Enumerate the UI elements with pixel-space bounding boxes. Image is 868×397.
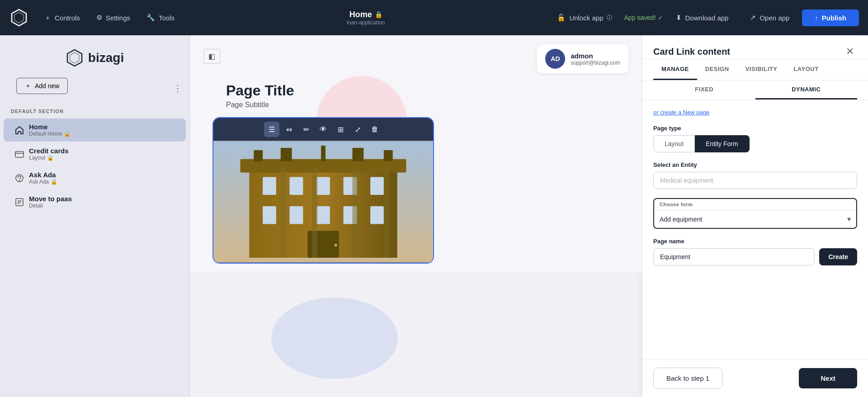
sidebar-item-ask-ada[interactable]: Ask Ada Ask Ada 🔒: [4, 166, 186, 189]
settings-icon: ⚙: [96, 14, 102, 22]
bizagi-logo-icon: [9, 8, 29, 28]
panel-close-button[interactable]: ✕: [843, 44, 857, 59]
controls-button[interactable]: ＋ Controls: [36, 9, 88, 27]
svg-point-7: [19, 180, 20, 181]
side-panel: Card Link content ✕ MANAGE DESIGN VISIBI…: [642, 35, 868, 397]
svg-rect-20: [263, 177, 276, 195]
avatar: AD: [545, 49, 565, 69]
toolbar-grid-icon[interactable]: ⊞: [333, 122, 348, 137]
publish-icon: ↑: [815, 14, 818, 22]
ask-ada-icon: [14, 173, 24, 183]
topnav: ＋ Controls ⚙ Settings 🔧 Tools Home 🔒 loa…: [0, 0, 868, 35]
topnav-right: 🔓 Unlock app ⓘ App saved! ✓ ⬇ Download a…: [549, 9, 859, 26]
sidebar: bizagi ＋ Add new ⋮ DEFAULT SECTION Home …: [0, 35, 190, 397]
tab-design[interactable]: DESIGN: [697, 59, 737, 80]
toolbar-edit-icon[interactable]: ✏: [298, 122, 314, 137]
svg-rect-25: [263, 206, 276, 224]
app-subtitle: loan-application: [347, 19, 385, 26]
select-entity-input[interactable]: [653, 172, 857, 189]
svg-rect-19: [384, 150, 393, 161]
canvas-card-frame: ☰ ⇔ ✏ 👁 ⊞ ⤢ 🗑: [212, 117, 434, 264]
panel-tabs: MANAGE DESIGN VISIBILITY LAYOUT: [642, 59, 868, 80]
lock-small-icon: 🔒: [64, 131, 71, 137]
unlock-icon: 🔓: [557, 14, 566, 22]
add-icon: ＋: [25, 82, 31, 90]
tab-layout[interactable]: LAYOUT: [785, 59, 826, 80]
collapse-button[interactable]: ◧: [203, 49, 220, 64]
publish-button[interactable]: ↑ Publish: [802, 9, 859, 26]
panel-subtabs: FIXED DYNAMIC: [642, 80, 868, 100]
sidebar-item-paas-texts: Move to paas Detail: [29, 195, 72, 209]
next-button[interactable]: Next: [799, 368, 857, 388]
check-icon: ✓: [658, 14, 663, 21]
unlock-button[interactable]: 🔓 Unlock app ⓘ: [549, 9, 620, 26]
sidebar-item-home[interactable]: Home Default Home 🔒: [4, 118, 186, 142]
svg-rect-33: [312, 168, 317, 258]
sidebar-logo: bizagi: [66, 49, 124, 67]
more-menu-icon[interactable]: ⋮: [173, 83, 182, 94]
blob-blue: [271, 298, 398, 379]
sidebar-item-credit-texts: Credit cards Layout 🔒: [29, 147, 69, 161]
settings-button[interactable]: ⚙ Settings: [88, 9, 138, 26]
settings-label: Settings: [106, 14, 130, 22]
svg-rect-34: [352, 168, 358, 258]
toolbar-expand-icon[interactable]: ⤢: [350, 122, 365, 137]
choose-form-wrapper: Choose form Add equipment ▾: [653, 198, 857, 229]
entity-form-type-button[interactable]: Entity Form: [695, 135, 750, 152]
sidebar-item-move-to-paas[interactable]: Move to paas Detail: [4, 190, 186, 213]
choose-form-field: Choose form Add equipment ▾: [653, 198, 857, 229]
tab-manage[interactable]: MANAGE: [653, 59, 697, 80]
choose-form-header: Choose form: [654, 199, 856, 210]
sidebar-item-home-texts: Home Default Home 🔒: [29, 123, 71, 137]
layout-type-button[interactable]: Layout: [653, 135, 695, 152]
page-name-label: Page name: [653, 238, 857, 245]
sidebar-item-credit-cards[interactable]: Credit cards Layout 🔒: [4, 142, 186, 165]
svg-rect-24: [370, 177, 384, 195]
open-app-button[interactable]: ↗ Open app: [741, 9, 798, 26]
canvas-wrapper: ◧ AD admon support@bizagi.com Page Title…: [190, 35, 642, 397]
main-layout: bizagi ＋ Add new ⋮ DEFAULT SECTION Home …: [0, 35, 868, 397]
add-new-button[interactable]: ＋ Add new: [16, 78, 68, 94]
card-toolbar: ☰ ⇔ ✏ 👁 ⊞ ⤢ 🗑: [213, 118, 433, 141]
page-subtitle: Page Subtitle: [226, 101, 294, 109]
tab-visibility[interactable]: VISIBILITY: [737, 59, 786, 80]
tools-button[interactable]: 🔧 Tools: [138, 9, 183, 26]
panel-title: Card Link content: [653, 47, 730, 57]
svg-rect-18: [352, 148, 363, 161]
canvas-area: ◧ AD admon support@bizagi.com Page Title…: [190, 35, 642, 273]
subtab-dynamic[interactable]: DYNAMIC: [755, 80, 858, 99]
choose-form-select[interactable]: Add equipment ▾: [654, 210, 856, 228]
chevron-down-icon: ▾: [847, 215, 851, 223]
download-icon: ⬇: [676, 14, 682, 22]
page-name-input[interactable]: [653, 248, 815, 265]
plus-icon: ＋: [44, 14, 51, 22]
toolbar-move-icon[interactable]: ⇔: [281, 122, 297, 137]
tools-icon: 🔧: [146, 14, 155, 22]
page-type-buttons: Layout Entity Form: [653, 135, 857, 152]
subtab-fixed[interactable]: FIXED: [653, 80, 755, 99]
create-button[interactable]: Create: [819, 248, 857, 265]
user-badge: AD admon support@bizagi.com: [537, 44, 628, 73]
card-image: [213, 141, 433, 263]
credit-card-icon: [14, 149, 24, 159]
svg-rect-27: [316, 206, 330, 224]
toolbar-delete-icon[interactable]: 🗑: [367, 122, 382, 137]
new-page-link[interactable]: or create a New page: [653, 109, 857, 116]
back-to-step-button[interactable]: Back to step 1: [653, 368, 722, 389]
svg-rect-21: [290, 177, 303, 195]
external-link-icon: ↗: [750, 14, 756, 22]
svg-rect-35: [384, 168, 389, 258]
toolbar-eye-icon[interactable]: 👁: [316, 122, 331, 137]
page-name-field: Page name Create: [653, 238, 857, 265]
page-type-label: Page type: [653, 125, 857, 132]
app-title-area: Home 🔒 loan-application: [183, 10, 549, 26]
download-button[interactable]: ⬇ Download app: [667, 9, 738, 26]
lock-small-icon-3: 🔒: [51, 179, 57, 185]
detail-icon: [14, 197, 24, 207]
toolbar-drag-icon[interactable]: ☰: [264, 122, 279, 137]
select-entity-label: Select an Entity: [653, 161, 857, 168]
close-icon: ✕: [846, 46, 854, 57]
canvas-header: Page Title Page Subtitle: [199, 78, 294, 117]
svg-point-31: [335, 244, 337, 246]
sidebar-item-ask-ada-texts: Ask Ada Ask Ada 🔒: [29, 171, 57, 185]
